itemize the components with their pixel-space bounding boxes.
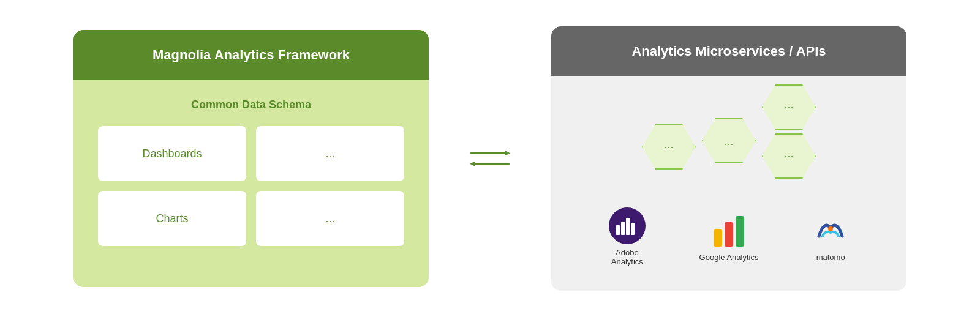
svg-marker-1 — [505, 151, 510, 155]
svg-rect-6 — [626, 218, 630, 235]
matomo-logo: matomo — [812, 212, 849, 262]
right-panel: Analytics Microservices / APIs ··· Fetch… — [551, 26, 907, 291]
diagram-container: Magnolia Analytics Framework Common Data… — [0, 8, 980, 309]
adobe-bars-icon — [616, 217, 638, 235]
svg-rect-5 — [621, 222, 625, 235]
double-arrow-icon — [453, 147, 527, 170]
matomo-icon — [812, 212, 849, 249]
hex-fetchdata: FetchData ··· — [702, 118, 756, 163]
dashboards-cell: Dashboards — [98, 126, 246, 181]
svg-rect-7 — [631, 223, 635, 235]
hex-bottom-right: ··· — [762, 133, 816, 179]
dashboards-label: Dashboards — [142, 147, 202, 160]
ellipsis-label-2: ... — [325, 212, 334, 225]
svg-rect-4 — [616, 225, 620, 235]
matomo-label: matomo — [816, 253, 845, 262]
hex-bottom-left: ··· — [642, 124, 696, 170]
right-panel-header: Analytics Microservices / APIs — [551, 26, 907, 76]
left-panel: Magnolia Analytics Framework Common Data… — [74, 30, 429, 287]
charts-label: Charts — [156, 212, 188, 225]
adobe-analytics-logo: AdobeAnalytics — [609, 207, 646, 266]
hex-top-right: ··· — [762, 84, 816, 130]
right-panel-body: ··· FetchData ··· ··· — [551, 76, 907, 291]
left-panel-title: Magnolia Analytics Framework — [153, 47, 350, 62]
svg-marker-3 — [470, 162, 475, 166]
fetchdata-label: FetchData — [705, 106, 752, 117]
charts-cell: Charts — [98, 191, 246, 246]
feature-grid: Dashboards ... Charts ... — [98, 126, 404, 246]
arrow-container — [453, 147, 527, 170]
ellipsis-cell-2: ... — [256, 191, 404, 246]
svg-point-9 — [828, 226, 833, 231]
schema-label: Common Data Schema — [98, 99, 404, 111]
google-analytics-label: Google Analytics — [699, 253, 759, 262]
logos-area: AdobeAnalytics Google Analytics — [576, 207, 882, 266]
left-panel-header: Magnolia Analytics Framework — [74, 30, 429, 80]
adobe-analytics-label: AdobeAnalytics — [611, 248, 643, 266]
google-analytics-icon — [710, 212, 747, 249]
adobe-analytics-icon — [609, 207, 646, 244]
google-analytics-logo: Google Analytics — [699, 212, 759, 262]
ellipsis-label-1: ... — [325, 147, 334, 160]
left-panel-body: Common Data Schema Dashboards ... Charts… — [74, 80, 429, 270]
right-panel-title: Analytics Microservices / APIs — [631, 43, 826, 59]
ellipsis-cell-1: ... — [256, 126, 404, 181]
